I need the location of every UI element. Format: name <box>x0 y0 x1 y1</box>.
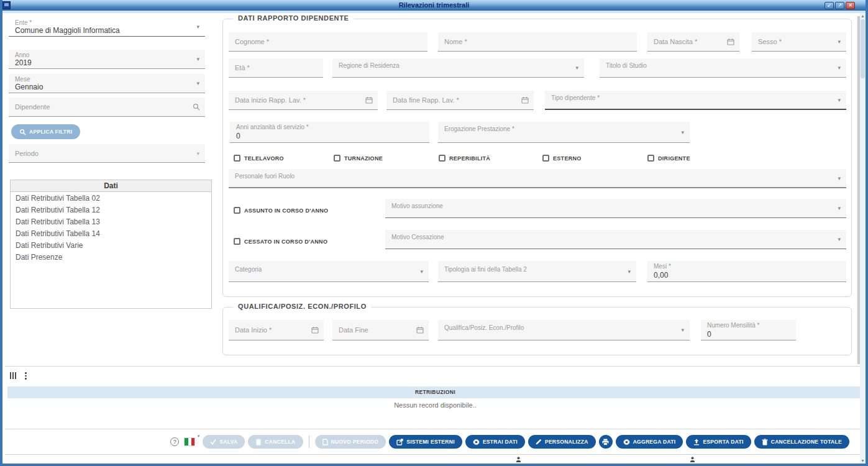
qualifica-data-inizio-input[interactable]: Data Inizio * <box>229 320 324 340</box>
numero-mensilita-value: 0 <box>707 330 711 339</box>
calendar-icon <box>727 38 734 45</box>
check-icon <box>210 439 216 445</box>
qualifica-profilo-select[interactable]: Qualifica/Posiz. Econ./Profilo ▾ <box>438 320 690 340</box>
chevron-down-icon: ▾ <box>681 327 684 333</box>
italian-flag-icon[interactable]: ▾ <box>185 438 194 445</box>
data-nascita-input[interactable]: Data Nascita * <box>647 32 739 52</box>
erogazione-select[interactable]: Erogazione Prestazione * ▾ <box>438 122 690 143</box>
motivo-cessazione-select[interactable]: Motivo Cessazione ▾ <box>385 230 846 249</box>
salva-button[interactable]: SALVA <box>203 435 245 449</box>
aggrega-dati-button[interactable]: AGGREGA DATI <box>616 435 683 449</box>
calendar-icon <box>416 326 424 334</box>
categoria-placeholder: Categoria <box>235 266 262 273</box>
regione-residenza-placeholder: Regione di Residenza <box>339 62 400 69</box>
estrai-dati-button[interactable]: ESTRAI DATI <box>465 435 525 449</box>
cessato-checkbox[interactable]: CESSATO IN CORSO D'ANNO <box>234 238 327 245</box>
checkbox-icon <box>334 155 340 162</box>
qualifica-data-fine-input[interactable]: Data Fine <box>332 320 429 340</box>
turnazione-checkbox[interactable]: TURNAZIONE <box>334 155 383 162</box>
nome-placeholder: Nome * <box>444 38 467 45</box>
mese-select[interactable]: Mese Gennaio ▾ <box>9 74 205 93</box>
nuovo-periodo-button[interactable]: NUOVO PERIODO <box>315 435 386 449</box>
telelavoro-label: TELELAVORO <box>244 155 284 162</box>
personale-fuori-ruolo-placeholder: Personale fuori Ruolo <box>235 173 295 180</box>
dirigente-checkbox[interactable]: DIRIGENTE <box>647 155 690 162</box>
chevron-down-icon: ▾ <box>838 236 841 242</box>
salva-label: SALVA <box>219 439 237 445</box>
chevron-down-icon: ▾ <box>196 56 199 62</box>
toolbar-divider <box>5 429 863 429</box>
categoria-select[interactable]: Categoria ▾ <box>229 261 429 282</box>
chevron-down-icon: ▾ <box>575 65 578 71</box>
dipendente-search-input[interactable]: Dipendente <box>9 98 205 117</box>
cancellazione-totale-button[interactable]: CANCELLAZIONE TOTALE <box>754 435 849 449</box>
anno-select[interactable]: Anno 2019 ▾ <box>9 50 205 69</box>
eta-input[interactable]: Età * <box>229 58 323 78</box>
dati-item-tabella-12[interactable]: Dati Retributivi Tabella 12 <box>11 204 211 216</box>
restore-button[interactable]: ↗ <box>835 2 844 9</box>
sesso-placeholder: Sesso * <box>758 38 782 45</box>
scroll-up-icon[interactable]: ▲ <box>860 14 866 18</box>
columns-icon[interactable] <box>10 372 16 379</box>
sistemi-esterni-label: SISTEMI ESTERNI <box>406 439 455 445</box>
regione-residenza-select[interactable]: Regione di Residenza ▾ <box>332 58 584 78</box>
assunto-checkbox[interactable]: ASSUNTO IN CORSO D'ANNO <box>234 207 328 214</box>
numero-mensilita-input[interactable]: Numero Mensilità * 0 <box>701 320 796 340</box>
retribuzioni-header: RETRIBUZIONI <box>7 386 863 398</box>
dati-item-retributivi-varie[interactable]: Dati Retributivi Varie <box>11 239 211 251</box>
telelavoro-checkbox[interactable]: TELELAVORO <box>234 155 284 162</box>
anni-anzianita-input[interactable]: Anni anzianità di servizio * 0 <box>230 122 429 143</box>
dirigente-label: DIRIGENTE <box>658 155 690 162</box>
personale-fuori-ruolo-select[interactable]: Personale fuori Ruolo ▾ <box>229 169 846 188</box>
help-icon[interactable]: ? <box>170 437 179 446</box>
esporta-dati-button[interactable]: ESPORTA DATI <box>686 435 751 449</box>
checkbox-icon <box>234 238 240 245</box>
chevron-down-icon: ▾ <box>838 205 841 211</box>
scroll-down-icon[interactable]: ▼ <box>860 459 866 463</box>
mesi-input[interactable]: Mesi * 0,00 <box>647 261 846 282</box>
cancella-label: CANCELLA <box>265 439 295 445</box>
personalizza-button[interactable]: PERSONALIZZA <box>528 435 596 449</box>
anni-anzianita-value: 0 <box>236 132 240 140</box>
qualifica-data-fine-placeholder: Data Fine <box>339 326 368 334</box>
periodo-select[interactable]: Periodo ▾ <box>9 144 205 163</box>
reperibilita-label: REPERIBILITÀ <box>449 155 490 162</box>
window-scrollbar[interactable]: ▲ ▼ <box>860 13 866 464</box>
cognome-input[interactable]: Cognome * <box>229 32 427 52</box>
ente-select[interactable]: Ente * Comune di Maggioli Informatica ▾ <box>9 17 205 37</box>
esterno-checkbox[interactable]: ESTERNO <box>542 155 582 162</box>
applica-filtri-button[interactable]: APPLICA FILTRI <box>11 124 80 139</box>
sesso-select[interactable]: Sesso * ▾ <box>752 32 846 52</box>
dati-rapporto-legend: DATI RAPPORTO DIPENDENTE <box>233 14 354 22</box>
personalizza-label: PERSONALIZZA <box>545 439 588 445</box>
titolo-studio-placeholder: Titolo di Studio <box>606 62 647 69</box>
motivo-assunzione-select[interactable]: Motivo assunzione ▾ <box>385 199 846 218</box>
nome-input[interactable]: Nome * <box>438 32 637 52</box>
data-fine-rapp-input[interactable]: Data fine Rapp. Lav. * <box>386 91 534 110</box>
tipo-dipendente-select[interactable]: Tipo dipendente * ▾ <box>545 91 846 110</box>
sistemi-esterni-button[interactable]: SISTEMI ESTERNI <box>389 435 462 449</box>
cancellazione-totale-label: CANCELLAZIONE TOTALE <box>771 439 842 445</box>
dati-item-tabella-14[interactable]: Dati Retributivi Tabella 14 <box>11 227 211 239</box>
titolo-studio-select[interactable]: Titolo di Studio ▾ <box>600 58 846 78</box>
ente-value: Comune di Maggioli Informatica <box>15 26 120 35</box>
scrollbar-thumb[interactable] <box>861 19 865 78</box>
tipologia-tabella-select[interactable]: Tipologia ai fini della Tabella 2 ▾ <box>438 261 636 282</box>
kebab-menu-icon[interactable] <box>25 372 27 380</box>
reperibilita-checkbox[interactable]: REPERIBILITÀ <box>439 155 490 162</box>
gear-icon <box>473 439 480 445</box>
minimize-button[interactable]: ↙ <box>825 2 834 9</box>
dati-item-presenze[interactable]: Dati Presenze <box>11 251 211 263</box>
chevron-down-icon: ▾ <box>196 150 199 157</box>
dati-item-tabella-02[interactable]: Dati Retributivi Tabella 02 <box>11 192 211 204</box>
cancella-button[interactable]: CANCELLA <box>248 435 303 449</box>
anno-label: Anno <box>15 52 29 58</box>
dati-item-tabella-13[interactable]: Dati Retributivi Tabella 13 <box>11 216 211 227</box>
tipologia-tabella-placeholder: Tipologia ai fini della Tabella 2 <box>444 266 527 273</box>
bottom-toolbar: ? ▾ SALVA CANCELLA NUOVO PERIODO SISTEMI… <box>170 434 849 449</box>
data-inizio-rapp-input[interactable]: Data inizio Rapp. Lav. * <box>229 91 378 110</box>
title-bar: Rilevazioni trimestrali ↙ ↗ ✕ <box>0 0 868 11</box>
document-icon <box>322 439 328 445</box>
print-button[interactable] <box>599 435 613 449</box>
close-button[interactable]: ✕ <box>846 2 855 9</box>
